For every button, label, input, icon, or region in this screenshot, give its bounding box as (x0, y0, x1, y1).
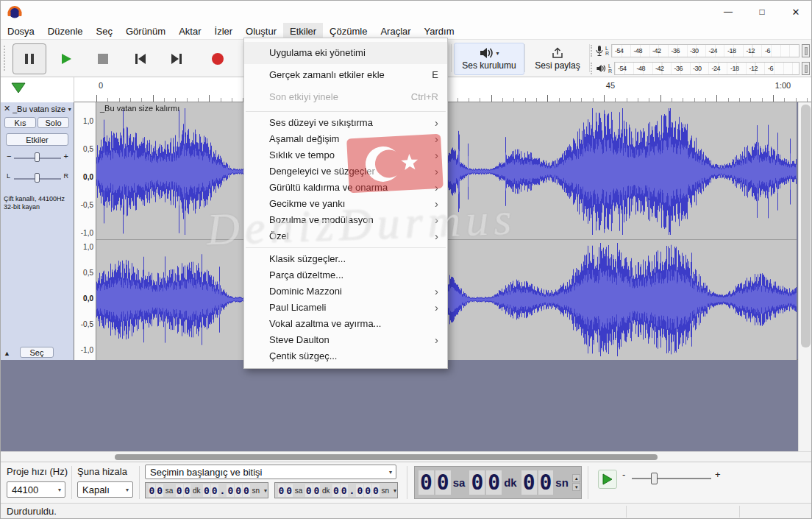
vertical-scrollbar[interactable] (798, 102, 812, 451)
meter-grip[interactable] (591, 45, 594, 57)
meter-handle[interactable] (802, 62, 810, 75)
time-digit[interactable]: 0 (486, 470, 502, 495)
time-digit[interactable]: 0 (356, 484, 363, 497)
time-digit[interactable]: 0 (419, 470, 434, 495)
menu-item[interactable]: Steve Daulton› (244, 332, 447, 348)
audio-position-display[interactable]: 00sa00dk00sn▴▾ (414, 466, 582, 499)
menubar-item-i̇zler[interactable]: İzler (208, 23, 240, 39)
time-digit[interactable]: 0 (184, 484, 191, 497)
track-name-button[interactable]: _Bu vatan size ▼ (13, 105, 72, 113)
vertical-scrollbar-thumb[interactable] (801, 105, 811, 347)
menu-item[interactable]: Ses düzeyi ve sıkıştırma› (244, 115, 447, 131)
menu-item[interactable]: Bozulma ve modülasyon› (244, 212, 447, 228)
menubar-item-seç[interactable]: Seç (90, 23, 119, 39)
time-digit[interactable]: . (219, 484, 227, 497)
horizontal-scrollbar-thumb[interactable] (115, 454, 658, 460)
snap-combobox[interactable]: Kapalı ▾ (77, 481, 133, 498)
time-digit[interactable]: 0 (364, 484, 371, 497)
project-rate-combobox[interactable]: 44100 ▾ (7, 481, 65, 498)
time-digit[interactable]: 0 (203, 484, 210, 497)
menu-item[interactable]: Vokal azaltma ve ayırma... (244, 316, 447, 332)
time-digit[interactable]: 0 (341, 484, 348, 497)
mute-button[interactable]: Kıs (4, 117, 36, 128)
menubar-item-yardım[interactable]: Yardım (418, 23, 461, 39)
pan-slider-thumb[interactable] (35, 173, 40, 183)
solo-button[interactable]: Solo (38, 117, 69, 128)
time-digit[interactable]: . (349, 484, 356, 497)
collapse-track-icon[interactable]: ▲ (4, 350, 10, 357)
pause-button[interactable] (13, 43, 46, 74)
selection-mode-combobox[interactable]: Seçimin başlangıç ve bitişi ▾ (145, 465, 396, 479)
selection-start-field[interactable]: 00sa00dk00.000sn▾ (145, 482, 268, 498)
maximize-button[interactable]: □ (745, 1, 779, 23)
time-digit[interactable]: 0 (211, 484, 218, 497)
track-effects-button[interactable]: Etkiler (6, 133, 68, 146)
menubar-item-etkiler[interactable]: Etkiler (283, 23, 323, 39)
menubar-item-araçlar[interactable]: Araçlar (374, 23, 417, 39)
share-audio-button[interactable]: Sesi paylaş (527, 43, 588, 75)
recording-meter[interactable]: LR -54-48-42-36-30-24-18-12-6 (591, 43, 810, 59)
time-digit[interactable]: 0 (156, 484, 163, 497)
menubar-item-çözümle[interactable]: Çözümle (323, 23, 374, 39)
timeline-pin-icon[interactable] (10, 82, 26, 97)
skip-to-start-button[interactable] (123, 43, 157, 74)
time-digit[interactable]: 0 (176, 484, 183, 497)
time-digit[interactable]: 0 (278, 484, 285, 497)
time-digit[interactable]: 0 (227, 484, 234, 497)
select-track-button[interactable]: Seç (20, 347, 54, 358)
audio-setup-button[interactable]: ▾ Ses kurulumu (454, 43, 524, 75)
combo-arrow-icon[interactable]: ▾ (391, 487, 396, 494)
time-spinner[interactable]: ▴▾ (572, 474, 581, 491)
playback-meter-scale[interactable]: -54-48-42-36-30-24-18-12-6 (614, 62, 799, 75)
menubar-item-oluştur[interactable]: Oluştur (239, 23, 283, 39)
time-digit[interactable]: 0 (285, 484, 293, 497)
meter-handle[interactable] (802, 44, 810, 57)
playback-speed-slider[interactable] (632, 478, 711, 479)
time-digit[interactable]: 0 (235, 484, 242, 497)
time-digit[interactable]: 0 (332, 484, 340, 497)
recording-meter-scale[interactable]: -54-48-42-36-30-24-18-12-6 (611, 44, 799, 57)
menu-item[interactable]: Aşamalı değişim› (244, 131, 447, 147)
menu-item[interactable]: Parça düzeltme... (244, 267, 447, 283)
skip-to-end-button[interactable] (160, 43, 193, 74)
track-close-icon[interactable]: ✕ (4, 104, 10, 113)
spin-up-icon[interactable]: ▴ (572, 474, 581, 482)
menu-item[interactable]: Klasik süzgeçler... (244, 251, 447, 267)
combo-arrow-icon[interactable]: ▾ (262, 487, 267, 494)
gain-slider[interactable]: − + (4, 151, 71, 164)
menu-item[interactable]: Dengeleyici ve süzgeçler› (244, 163, 447, 180)
menu-item[interactable]: Özel› (244, 228, 447, 244)
minimize-button[interactable]: — (711, 1, 745, 23)
time-digit[interactable]: 0 (521, 470, 537, 495)
stop-button[interactable] (86, 43, 120, 74)
pan-slider[interactable]: L R (4, 172, 71, 185)
menubar-item-dosya[interactable]: Dosya (1, 23, 41, 39)
playback-speed-thumb[interactable] (651, 473, 658, 484)
selection-end-field[interactable]: 00sa00dk00.000sn▾ (274, 482, 398, 498)
close-button[interactable]: ✕ (779, 1, 812, 23)
time-digit[interactable]: 0 (305, 484, 313, 497)
time-digit[interactable]: 0 (149, 484, 156, 497)
menu-item[interactable]: Paul Licameli› (244, 300, 447, 316)
time-digit[interactable]: 0 (243, 484, 250, 497)
playback-meter[interactable]: LR -54-48-42-36-30-24-18-12-6 (591, 60, 810, 77)
play-button[interactable] (49, 43, 83, 74)
toolbar-grip[interactable] (4, 46, 6, 71)
spin-down-icon[interactable]: ▾ (572, 483, 581, 491)
menu-item[interactable]: Uygulama eki yönetimi (244, 42, 447, 64)
horizontal-scrollbar[interactable] (1, 451, 812, 462)
menu-item[interactable]: Sıklık ve tempo› (244, 147, 447, 163)
amplitude-ruler[interactable]: 1,00,50,0-0,5-1,01,00,50,0-0,5-1,0 (74, 102, 96, 360)
meter-grip[interactable] (591, 63, 594, 74)
record-button[interactable] (201, 43, 235, 74)
time-digit[interactable]: 0 (538, 470, 554, 495)
time-digit[interactable]: 0 (372, 484, 380, 497)
menu-item[interactable]: Gürültü kaldırma ve onarma› (244, 180, 447, 196)
play-at-speed-button[interactable] (598, 470, 617, 489)
menubar-item-düzenle[interactable]: Düzenle (41, 23, 90, 39)
menu-item[interactable]: Dominic Mazzoni› (244, 283, 447, 300)
menubar-item-görünüm[interactable]: Görünüm (119, 23, 172, 39)
gain-slider-thumb[interactable] (35, 152, 40, 162)
time-digit[interactable]: 0 (313, 484, 321, 497)
menubar-item-aktar[interactable]: Aktar (172, 23, 207, 39)
